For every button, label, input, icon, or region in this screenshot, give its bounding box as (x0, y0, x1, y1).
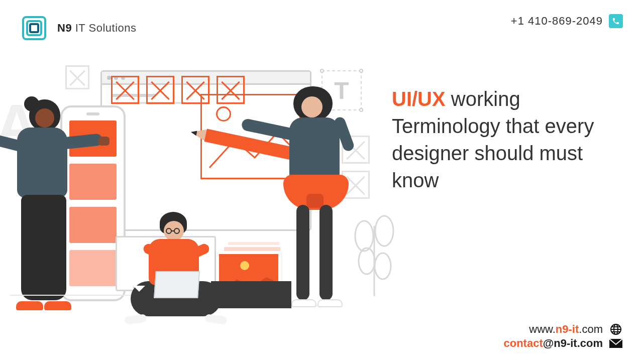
phone-notch-icon (86, 112, 99, 115)
phone-icon (609, 14, 623, 28)
placeholder-tile-icon (146, 76, 174, 104)
main-content: A (0, 60, 643, 324)
ground-line (10, 295, 131, 296)
brand-logo[interactable]: N9 IT Solutions (20, 14, 137, 42)
placeholder-tile-icon (217, 76, 245, 104)
svg-point-7 (375, 253, 391, 279)
website-name: n9-it (556, 323, 579, 335)
brand-name-rest: IT Solutions (72, 22, 136, 34)
website-suffix: .com (579, 323, 603, 335)
placeholder-tile-icon (181, 76, 209, 104)
globe-icon (609, 324, 623, 335)
person-woman-right (271, 86, 372, 307)
sun-shape-icon (216, 106, 231, 122)
hero-illustration: A (0, 60, 392, 324)
brand-name-bold: N9 (57, 22, 72, 34)
laptop-icon (154, 271, 200, 298)
page-headline: UI/UX working Terminology that every des… (392, 85, 613, 194)
headline-panel: UI/UX working Terminology that every des… (392, 60, 643, 324)
svg-point-9 (174, 228, 179, 233)
email-user: contact (504, 337, 543, 349)
svg-point-8 (166, 228, 171, 233)
phone-link[interactable]: +1 410-869-2049 (511, 14, 623, 28)
thumbnail-row (111, 76, 245, 104)
placeholder-box-icon (65, 65, 89, 89)
brand-logo-icon (20, 14, 48, 42)
email-domain: @n9-it.com (543, 337, 603, 349)
header: N9 IT Solutions +1 410-869-2049 (0, 0, 643, 55)
brand-name: N9 IT Solutions (57, 22, 137, 35)
email-link[interactable]: contact@n9-it.com (504, 337, 623, 350)
person-woman-left (2, 99, 87, 310)
headline-accent: UI/UX (392, 88, 446, 110)
person-man-sitting (121, 216, 231, 321)
website-prefix: www. (529, 323, 556, 335)
page: N9 IT Solutions +1 410-869-2049 A (0, 0, 643, 364)
phone-number: +1 410-869-2049 (511, 15, 603, 28)
mail-icon (609, 338, 623, 349)
website-link[interactable]: www.n9-it.com (504, 323, 623, 336)
svg-rect-2 (30, 24, 38, 32)
svg-point-5 (375, 216, 393, 246)
placeholder-tile-icon (111, 76, 139, 104)
footer-contact: www.n9-it.com contact@n9-it.com (504, 322, 623, 350)
window-dot-icon (107, 76, 111, 80)
